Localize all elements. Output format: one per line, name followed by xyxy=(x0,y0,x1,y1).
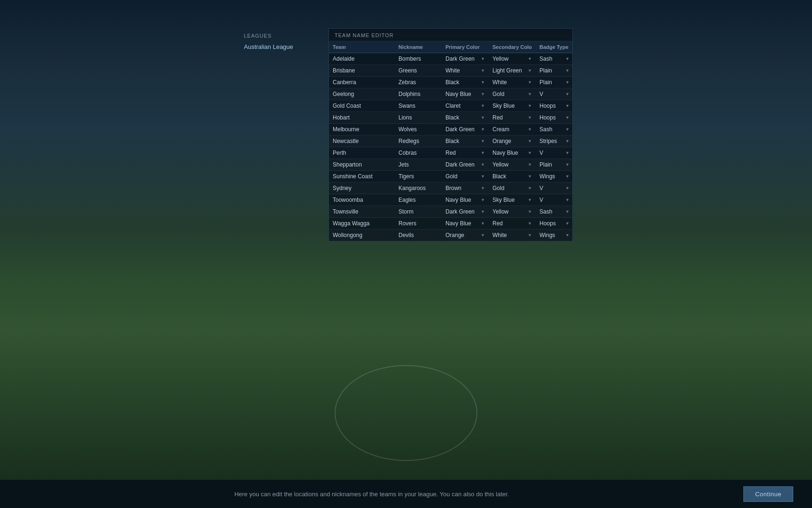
table-cell[interactable]: Black▼ xyxy=(442,112,489,123)
info-text: Here you can edit the locations and nick… xyxy=(19,491,725,498)
table-cell[interactable]: White▼ xyxy=(489,77,536,88)
table-cell[interactable]: Yellow▼ xyxy=(489,206,536,217)
table-cell: Melbourne xyxy=(329,124,395,135)
dropdown-arrow-icon: ▼ xyxy=(481,56,485,61)
table-cell[interactable]: Plain▼ xyxy=(536,65,572,76)
table-cell[interactable]: Plain▼ xyxy=(536,159,572,170)
table-row[interactable]: WollongongDevilsOrange▼White▼Wings▼ xyxy=(329,230,572,241)
table-cell[interactable]: Wings▼ xyxy=(536,230,572,241)
table-row[interactable]: GeelongDolphinsNavy Blue▼Gold▼V▼ xyxy=(329,88,572,100)
table-cell: Wagga Wagga xyxy=(329,218,395,229)
table-row[interactable]: AdelaideBombersDark Green▼Yellow▼Sash▼ xyxy=(329,53,572,65)
league-item-australian[interactable]: Australian League xyxy=(244,42,324,51)
table-cell[interactable]: Navy Blue▼ xyxy=(442,194,489,206)
dropdown-arrow-icon: ▼ xyxy=(528,68,532,73)
table-cell[interactable]: Yellow▼ xyxy=(489,53,536,64)
table-cell[interactable]: Gold▼ xyxy=(442,171,489,182)
dropdown-arrow-icon: ▼ xyxy=(481,115,485,120)
table-cell[interactable]: Red▼ xyxy=(489,218,536,229)
table-cell[interactable]: Red▼ xyxy=(489,112,536,123)
table-cell[interactable]: Sash▼ xyxy=(536,124,572,135)
dropdown-arrow-icon: ▼ xyxy=(528,221,532,226)
table-cell[interactable]: V▼ xyxy=(536,194,572,206)
table-cell: Storm xyxy=(395,206,442,217)
table-cell: Newcastle xyxy=(329,135,395,147)
table-cell[interactable]: Wings▼ xyxy=(536,171,572,182)
dropdown-arrow-icon: ▼ xyxy=(528,174,532,179)
table-cell[interactable]: Light Green▼ xyxy=(489,65,536,76)
table-cell[interactable]: Navy Blue▼ xyxy=(442,218,489,229)
table-row[interactable]: CanberraZebrasBlack▼White▼Plain▼ xyxy=(329,77,572,88)
table-row[interactable]: SydneyKangaroosBrown▼Gold▼V▼ xyxy=(329,183,572,194)
dropdown-arrow-icon: ▼ xyxy=(565,68,570,73)
table-cell[interactable]: V▼ xyxy=(536,147,572,159)
table-cell[interactable]: Dark Green▼ xyxy=(442,206,489,217)
table-cell[interactable]: Black▼ xyxy=(442,135,489,147)
table-cell[interactable]: Hoops▼ xyxy=(536,100,572,111)
table-cell[interactable]: V▼ xyxy=(536,88,572,100)
table-body: AdelaideBombersDark Green▼Yellow▼Sash▼Br… xyxy=(329,53,572,241)
table-cell[interactable]: Sky Blue▼ xyxy=(489,194,536,206)
table-cell[interactable]: Dark Green▼ xyxy=(442,53,489,64)
dropdown-arrow-icon: ▼ xyxy=(565,139,570,143)
table-cell[interactable]: Orange▼ xyxy=(442,230,489,241)
table-cell[interactable]: Claret▼ xyxy=(442,100,489,111)
table-cell[interactable]: Gold▼ xyxy=(489,88,536,100)
table-cell[interactable]: Sash▼ xyxy=(536,53,572,64)
dropdown-arrow-icon: ▼ xyxy=(481,174,485,179)
table-row[interactable]: Gold CoastSwansClaret▼Sky Blue▼Hoops▼ xyxy=(329,100,572,112)
table-cell: Cobras xyxy=(395,147,442,159)
table-cell[interactable]: Yellow▼ xyxy=(489,159,536,170)
table-cell[interactable]: Cream▼ xyxy=(489,124,536,135)
table-cell: Eagles xyxy=(395,194,442,206)
dropdown-arrow-icon: ▼ xyxy=(481,80,485,85)
table-row[interactable]: NewcastleRedlegsBlack▼Orange▼Stripes▼ xyxy=(329,135,572,147)
dropdown-arrow-icon: ▼ xyxy=(565,127,570,132)
table-cell: Jets xyxy=(395,159,442,170)
dropdown-arrow-icon: ▼ xyxy=(565,186,570,190)
dropdown-arrow-icon: ▼ xyxy=(528,80,532,85)
table-cell[interactable]: Hoops▼ xyxy=(536,112,572,123)
table-cell: Devils xyxy=(395,230,442,241)
table-cell: Zebras xyxy=(395,77,442,88)
table-cell[interactable]: Black▼ xyxy=(489,171,536,182)
continue-button[interactable]: Continue xyxy=(743,486,793,502)
table-cell[interactable]: Black▼ xyxy=(442,77,489,88)
table-cell[interactable]: Brown▼ xyxy=(442,183,489,194)
table-row[interactable]: HobartLionsBlack▼Red▼Hoops▼ xyxy=(329,112,572,124)
table-cell: Sydney xyxy=(329,183,395,194)
table-row[interactable]: Sunshine CoastTigersGold▼Black▼Wings▼ xyxy=(329,171,572,183)
dropdown-arrow-icon: ▼ xyxy=(481,221,485,226)
table-cell: Shepparton xyxy=(329,159,395,170)
table-cell[interactable]: Dark Green▼ xyxy=(442,124,489,135)
table-row[interactable]: BrisbaneGreensWhite▼Light Green▼Plain▼ xyxy=(329,65,572,77)
table-cell[interactable]: Orange▼ xyxy=(489,135,536,147)
table-cell[interactable]: Navy Blue▼ xyxy=(489,147,536,159)
table-cell[interactable]: V▼ xyxy=(536,183,572,194)
table-row[interactable]: TownsvilleStormDark Green▼Yellow▼Sash▼ xyxy=(329,206,572,218)
dropdown-arrow-icon: ▼ xyxy=(565,80,570,85)
table-cell[interactable]: Sky Blue▼ xyxy=(489,100,536,111)
table-row[interactable]: MelbourneWolvesDark Green▼Cream▼Sash▼ xyxy=(329,124,572,135)
table-cell[interactable]: Plain▼ xyxy=(536,77,572,88)
table-row[interactable]: SheppartonJetsDark Green▼Yellow▼Plain▼ xyxy=(329,159,572,171)
table-cell[interactable]: Navy Blue▼ xyxy=(442,88,489,100)
editor-panel: TEAM NAME EDITOR Team Nickname Primary C… xyxy=(328,28,573,242)
table-cell[interactable]: White▼ xyxy=(442,65,489,76)
table-cell[interactable]: Sash▼ xyxy=(536,206,572,217)
dropdown-arrow-icon: ▼ xyxy=(565,174,570,179)
table-cell: Greens xyxy=(395,65,442,76)
table-cell[interactable]: Stripes▼ xyxy=(536,135,572,147)
table-row[interactable]: PerthCobrasRed▼Navy Blue▼V▼ xyxy=(329,147,572,159)
table-row[interactable]: ToowoombaEaglesNavy Blue▼Sky Blue▼V▼ xyxy=(329,194,572,206)
table-cell[interactable]: White▼ xyxy=(489,230,536,241)
table-cell[interactable]: Gold▼ xyxy=(489,183,536,194)
dropdown-arrow-icon: ▼ xyxy=(481,103,485,108)
table-cell[interactable]: Dark Green▼ xyxy=(442,159,489,170)
dropdown-arrow-icon: ▼ xyxy=(565,209,570,214)
table-cell[interactable]: Red▼ xyxy=(442,147,489,159)
col-primary: Primary Color xyxy=(442,41,489,53)
col-nickname: Nickname xyxy=(395,41,442,53)
table-row[interactable]: Wagga WaggaRoversNavy Blue▼Red▼Hoops▼ xyxy=(329,218,572,230)
table-cell[interactable]: Hoops▼ xyxy=(536,218,572,229)
